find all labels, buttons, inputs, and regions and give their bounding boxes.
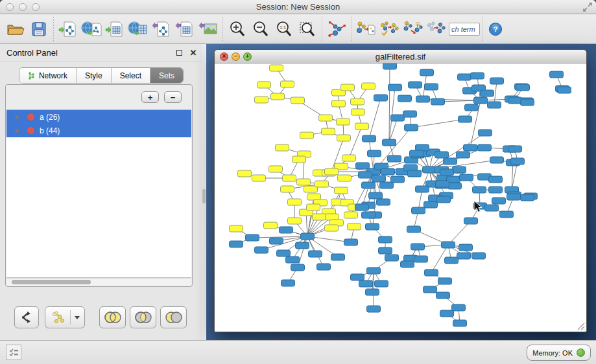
graph-node-blue[interactable] — [500, 211, 514, 218]
open-session-button[interactable] — [4, 17, 27, 41]
graph-node-yellow[interactable] — [283, 175, 296, 181]
set-extract-tool-button[interactable] — [424, 17, 447, 41]
graph-node-blue[interactable] — [437, 196, 451, 203]
graph-node-blue[interactable] — [356, 163, 370, 169]
graph-node-blue[interactable] — [374, 95, 388, 101]
graph-node-blue[interactable] — [424, 201, 438, 208]
remove-set-button[interactable]: − — [164, 91, 182, 103]
tab-style[interactable]: Style — [77, 68, 112, 83]
help-button[interactable]: ? — [486, 17, 505, 41]
graph-node-yellow[interactable] — [348, 223, 361, 230]
graph-node-blue[interactable] — [388, 155, 401, 162]
graph-node-blue[interactable] — [398, 95, 412, 102]
graph-node-blue[interactable] — [457, 253, 471, 259]
graph-node-blue[interactable] — [410, 150, 423, 157]
import-table-web-button[interactable] — [126, 17, 150, 41]
graph-node-blue[interactable] — [453, 166, 466, 173]
zoom-out-button[interactable] — [249, 17, 272, 41]
graph-node-blue[interactable] — [436, 181, 449, 187]
graph-node-blue[interactable] — [416, 96, 430, 102]
graph-node-blue[interactable] — [411, 244, 425, 250]
graph-node-yellow[interactable] — [300, 132, 314, 139]
graph-node-blue[interactable] — [309, 251, 322, 257]
graph-node-yellow[interactable] — [342, 155, 356, 161]
graph-node-blue[interactable] — [368, 150, 381, 157]
network-view-window[interactable]: × − + galFiltered.sif — [214, 49, 587, 332]
venn-union-button[interactable] — [99, 306, 126, 328]
graph-node-blue[interactable] — [507, 194, 521, 200]
save-session-button[interactable] — [27, 17, 51, 41]
graph-node-yellow[interactable] — [325, 225, 339, 231]
set-row-a[interactable]: a (26) — [6, 110, 191, 124]
graph-node-yellow[interactable] — [307, 204, 320, 210]
graph-node-blue[interactable] — [405, 124, 418, 131]
graph-node-blue[interactable] — [366, 223, 379, 230]
graph-node-yellow[interactable] — [337, 119, 350, 125]
graph-edge[interactable] — [306, 212, 307, 236]
graph-node-yellow[interactable] — [322, 128, 335, 135]
network-canvas[interactable] — [215, 63, 586, 332]
graph-node-blue[interactable] — [445, 257, 459, 264]
graph-node-blue[interactable] — [383, 63, 397, 69]
graph-node-blue[interactable] — [277, 250, 291, 256]
graph-node-blue[interactable] — [367, 306, 381, 312]
graph-node-blue[interactable] — [473, 187, 486, 193]
graph-node-yellow[interactable] — [325, 168, 339, 175]
zoom-in-button[interactable] — [226, 17, 249, 41]
graph-node-blue[interactable] — [420, 69, 434, 76]
venn-difference-button[interactable] — [160, 306, 187, 328]
set-union-tool-button[interactable] — [401, 17, 424, 41]
set-row-b[interactable]: b (44) — [6, 124, 191, 137]
graph-node-blue[interactable] — [440, 169, 454, 176]
graph-edge[interactable] — [448, 221, 471, 245]
graph-node-blue[interactable] — [423, 286, 437, 293]
graph-node-yellow[interactable] — [313, 214, 326, 220]
graph-node-blue[interactable] — [508, 97, 522, 104]
dropdown-caret-icon[interactable] — [75, 316, 80, 319]
graph-node-blue[interactable] — [291, 264, 305, 271]
graph-node-yellow[interactable] — [281, 81, 294, 87]
graph-node-blue[interactable] — [391, 115, 405, 121]
graph-node-blue[interactable] — [458, 74, 471, 80]
graph-node-blue[interactable] — [452, 304, 466, 311]
tab-network[interactable]: Network — [19, 68, 77, 83]
graph-node-blue[interactable] — [351, 274, 364, 280]
graph-node-blue[interactable] — [464, 144, 477, 151]
graph-node-yellow[interactable] — [288, 218, 302, 224]
graph-node-blue[interactable] — [436, 292, 450, 299]
graph-node-yellow[interactable] — [264, 222, 278, 229]
graph-node-blue[interactable] — [409, 82, 422, 88]
graph-node-blue[interactable] — [490, 157, 504, 163]
graph-node-yellow[interactable] — [269, 166, 283, 172]
graph-node-yellow[interactable] — [271, 93, 285, 100]
graph-node-blue[interactable] — [408, 170, 422, 177]
memory-status-button[interactable]: Memory: OK — [527, 345, 591, 361]
graph-node-blue[interactable] — [388, 84, 402, 91]
graph-node-blue[interactable] — [344, 239, 358, 245]
export-image-button[interactable] — [197, 17, 220, 41]
graph-node-blue[interactable] — [359, 172, 372, 178]
tab-sets[interactable]: Sets — [150, 68, 183, 83]
graph-node-yellow[interactable] — [230, 225, 243, 232]
graph-node-blue[interactable] — [377, 199, 390, 205]
graph-edge[interactable] — [494, 81, 497, 105]
graph-node-blue[interactable] — [317, 264, 331, 270]
graph-node-blue[interactable] — [407, 226, 421, 233]
graph-node-blue[interactable] — [425, 84, 438, 90]
graph-node-blue[interactable] — [464, 218, 478, 224]
graph-node-blue[interactable] — [416, 186, 429, 192]
graph-node-blue[interactable] — [301, 233, 315, 240]
graph-node-yellow[interactable] — [319, 115, 333, 121]
graph-node-yellow[interactable] — [351, 98, 364, 105]
network-window-titlebar[interactable]: × − + galFiltered.sif — [215, 50, 586, 63]
split-set-button[interactable] — [14, 306, 39, 328]
graph-node-blue[interactable] — [488, 102, 501, 108]
search-input[interactable] — [449, 23, 480, 36]
graph-node-blue[interactable] — [479, 130, 492, 136]
graph-node-blue[interactable] — [391, 176, 405, 183]
import-table-file-button[interactable] — [103, 17, 126, 41]
graph-node-blue[interactable] — [246, 234, 259, 241]
graph-node-yellow[interactable] — [332, 100, 346, 107]
graph-edge[interactable] — [298, 236, 307, 267]
graph-node-blue[interactable] — [550, 71, 564, 78]
